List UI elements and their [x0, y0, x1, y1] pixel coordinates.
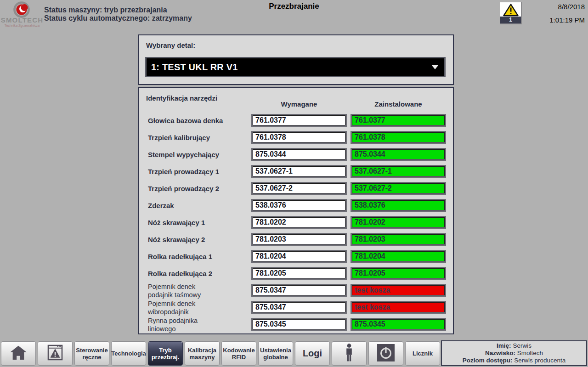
required-field[interactable]: 875.0347 [251, 284, 347, 297]
tool-row: Nóż skrawający 1781.0202781.0202 [139, 214, 453, 231]
toolbar-button-label: Ustawienia globalne [260, 347, 292, 361]
required-field-value: 761.0377 [253, 115, 345, 125]
required-field[interactable]: 875.0347 [251, 301, 347, 314]
installed-field-value: 537.0627-1 [352, 166, 445, 176]
tool-panel-title: Identyfikacja narzędzi [146, 94, 217, 102]
toolbar-button-counter[interactable]: Licznik [405, 341, 440, 366]
tool-label: Trzpień prowadzący 2 [148, 180, 249, 197]
toolbar-button-home[interactable] [1, 341, 36, 366]
installed-field-value: 781.0204 [352, 251, 445, 261]
date-display: 8/8/2018 [549, 3, 585, 11]
installed-field: 761.0377 [351, 114, 446, 127]
installed-field-value: test kosza [352, 302, 445, 312]
installed-field: 781.0203 [351, 233, 446, 246]
toolbar-button-rfid-coding[interactable]: Kodowanie RFID [221, 341, 256, 366]
tool-row: Pojemnik denek podajnik taśmowy875.0347t… [139, 282, 453, 299]
tool-label: Pojemnik denek podajnik taśmowy [148, 282, 249, 299]
required-field[interactable]: 761.0378 [251, 131, 347, 144]
installed-field: 537.0627-2 [351, 182, 446, 195]
column-header-installed: Zainstalowane [351, 100, 446, 108]
required-field[interactable]: 537.0627-1 [251, 165, 347, 178]
tool-row: Głowica bazowa denka761.0377761.0377 [139, 112, 453, 129]
required-field-value: 537.0627-1 [253, 166, 345, 176]
tool-row: Nóż skrawający 2781.0203781.0203 [139, 231, 453, 248]
required-field[interactable]: 781.0203 [251, 233, 347, 246]
tool-label: Trzpień kalibrujący [148, 129, 249, 146]
column-header-required: Wymagane [251, 100, 347, 108]
user-icon [340, 343, 358, 364]
detail-select[interactable]: 1: TEST UKL RR V1 [145, 57, 446, 77]
required-field[interactable]: 781.0205 [251, 267, 347, 280]
tool-identification-panel: Identyfikacja narzędzi Wymagane Zainstal… [138, 87, 454, 334]
tool-label: Nóż skrawający 2 [148, 231, 249, 248]
tool-label: Nóż skrawający 1 [148, 214, 249, 231]
tool-row: Rolka radełkująca 1781.0204781.0204 [139, 248, 453, 265]
required-field-value: 875.0347 [253, 302, 345, 312]
required-field[interactable]: 761.0377 [251, 114, 347, 127]
user-info-panel: Imię: Serwis Nazwisko: Smoltech Poziom d… [441, 340, 587, 366]
time-display: 1:01:19 PM [549, 16, 585, 24]
toolbar-button-label: Technologia [111, 350, 146, 357]
required-field[interactable]: 875.0344 [251, 148, 347, 161]
tool-label: Głowica bazowa denka [148, 112, 249, 129]
user-name-line: Imię: Serwis [497, 342, 531, 350]
installed-field-value: 781.0205 [352, 268, 445, 278]
tool-label: Pojemnik denek wibropodajnik [148, 299, 249, 316]
required-field[interactable]: 537.0627-2 [251, 182, 347, 195]
toolbar-button-label: Kodowanie RFID [223, 347, 255, 361]
detail-select-value: 1: TEST UKL RR V1 [151, 62, 238, 73]
tool-label: Trzpień prowadzący 1 [148, 163, 249, 180]
user-surname-line: Nazwisko: Smoltech [485, 350, 543, 357]
toolbar-button-technology[interactable]: Technologia [111, 341, 146, 366]
tool-label: Rolka radełkująca 2 [148, 265, 249, 282]
installed-field-value: 781.0203 [352, 234, 445, 244]
tool-row: Trzpień prowadzący 2537.0627-2537.0627-2 [139, 180, 453, 197]
installed-field: 781.0202 [351, 216, 446, 229]
alarm-count-badge: 1 [500, 17, 521, 23]
toolbar-button-logs[interactable]: Logi [295, 341, 330, 366]
toolbar-button-changeover-mode[interactable]: Tryb przezbraj. [148, 341, 183, 366]
required-field[interactable]: 875.0345 [251, 318, 347, 331]
tool-label: Rynna podajnika liniowego [148, 316, 249, 333]
required-field-value: 875.0345 [253, 319, 345, 329]
required-field-value: 875.0344 [253, 149, 345, 159]
installed-field: 875.0344 [351, 148, 446, 161]
toolbar-button-label: Tryb przezbraj. [149, 347, 181, 361]
required-field[interactable]: 781.0204 [251, 250, 347, 263]
selected-detail-panel: Wybrany detal: 1: TEST UKL RR V1 [138, 34, 454, 85]
installed-field: 875.0345 [351, 318, 446, 331]
alarm-window-icon [45, 344, 65, 363]
installed-field: 761.0378 [351, 131, 446, 144]
toolbar-button-power[interactable] [368, 341, 403, 366]
toolbar-button-user-login[interactable] [332, 341, 367, 366]
installed-field-value: 538.0376 [352, 200, 445, 210]
toolbar-button-machine-calibration[interactable]: Kalibracja maszyny [185, 341, 220, 366]
installed-field-value: 761.0377 [352, 115, 445, 125]
toolbar-button-alarms[interactable] [38, 341, 73, 366]
installed-field: 537.0627-1 [351, 165, 446, 178]
installed-field-value: 537.0627-2 [352, 183, 445, 193]
alarm-indicator-button[interactable]: 1 [500, 2, 521, 24]
status-line-cycle: Status cyklu automatycznego: zatrzymany [44, 14, 192, 23]
installed-field: 781.0205 [351, 267, 446, 280]
installed-field-value: 781.0202 [352, 217, 445, 227]
home-icon [9, 344, 28, 363]
installed-field-value: 761.0378 [352, 132, 445, 142]
datetime: 8/8/2018 1:01:19 PM [549, 3, 585, 24]
required-field[interactable]: 538.0376 [251, 199, 347, 212]
required-field[interactable]: 781.0202 [251, 216, 347, 229]
toolbar-button-label: Licznik [413, 350, 433, 357]
installed-field: test kosza [351, 301, 446, 314]
tool-label: Stempel wypychający [148, 146, 249, 163]
installed-field-value: 875.0345 [352, 319, 445, 329]
installed-field-value: 875.0344 [352, 149, 445, 159]
logo-subtitle: Technika Zgrzewalnicza [5, 23, 40, 28]
power-icon [376, 343, 396, 364]
tool-row: Rynna podajnika liniowego875.0345875.034… [139, 316, 453, 333]
toolbar-button-global-settings[interactable]: Ustawienia globalne [258, 341, 293, 366]
chevron-down-icon [431, 65, 439, 69]
required-field-value: 781.0204 [253, 251, 345, 261]
toolbar-button-manual-control[interactable]: Sterowanie ręczne [74, 341, 109, 366]
required-field-value: 538.0376 [253, 200, 345, 210]
tool-rows: Głowica bazowa denka761.0377761.0377Trzp… [139, 112, 453, 333]
